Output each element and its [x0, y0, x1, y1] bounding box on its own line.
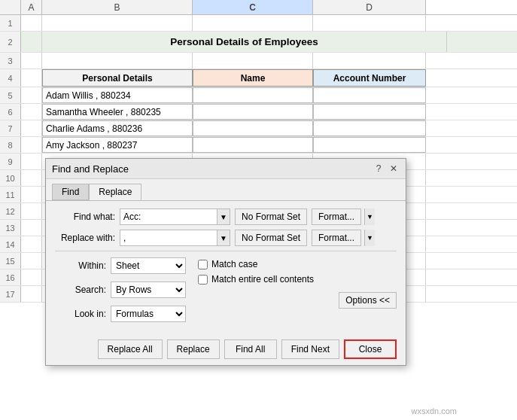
options-button[interactable]: Options <<	[339, 292, 397, 309]
cell[interactable]	[193, 53, 313, 68]
cell[interactable]	[21, 187, 42, 202]
tab-find[interactable]: Find	[52, 184, 89, 200]
title-row: 2 Personal Details of Employees	[0, 32, 517, 53]
cell[interactable]	[313, 137, 426, 153]
cell[interactable]	[21, 120, 42, 136]
find-no-format-button[interactable]: No Format Set	[235, 208, 307, 225]
row-num: 8	[0, 137, 21, 153]
row-num: 16	[0, 269, 21, 285]
match-case-row: Match case	[198, 259, 397, 269]
row-num-header	[0, 0, 21, 14]
replace-all-button[interactable]: Replace All	[98, 339, 163, 359]
cell[interactable]	[313, 104, 426, 120]
select-options: Within: Sheet Workbook Search: By Rows B…	[55, 257, 186, 326]
cell[interactable]	[21, 137, 42, 153]
cell[interactable]	[313, 15, 426, 31]
cell[interactable]	[193, 15, 313, 31]
row-num: 15	[0, 253, 21, 269]
checkbox-options: Match case Match entire cell contents Op…	[198, 257, 397, 326]
lookin-row: Look in: Formulas Values Comments	[55, 306, 186, 322]
col-header-a: A	[21, 0, 42, 14]
row-num: 9	[0, 154, 21, 169]
within-label: Within:	[55, 260, 106, 271]
find-what-row: Find what: ▼ No Format Set Format... ▼	[55, 208, 397, 225]
cell[interactable]: Samantha Wheeler , 880235	[42, 104, 193, 120]
find-dropdown-arrow[interactable]: ▼	[217, 208, 230, 225]
cell[interactable]	[193, 120, 313, 136]
cell[interactable]	[21, 53, 42, 68]
row-num: 13	[0, 220, 21, 236]
within-select[interactable]: Sheet Workbook	[111, 257, 186, 274]
close-button[interactable]: Close	[344, 339, 397, 359]
cell[interactable]	[21, 170, 42, 186]
col-headers: A B C D	[0, 0, 517, 15]
col-header-d: D	[313, 0, 426, 14]
row-num: 3	[0, 53, 21, 68]
tab-replace[interactable]: Replace	[89, 184, 141, 200]
find-replace-dialog: Find and Replace ? ✕ Find Replace Find w…	[45, 158, 406, 366]
table-row: 6 Samantha Wheeler , 880235	[0, 104, 517, 120]
row-num: 5	[0, 87, 21, 103]
replace-input-wrap: ▼	[120, 230, 230, 246]
find-what-label: Find what:	[55, 212, 115, 222]
find-what-input[interactable]	[120, 208, 217, 225]
match-cell-row: Match entire cell contents	[198, 274, 397, 285]
cell[interactable]	[21, 104, 42, 120]
cell[interactable]	[21, 87, 42, 103]
cell[interactable]: Adam Willis , 880234	[42, 87, 193, 103]
cell[interactable]	[21, 203, 42, 219]
row-num: 7	[0, 120, 21, 136]
match-cell-checkbox[interactable]	[198, 275, 208, 285]
cell[interactable]	[21, 69, 42, 87]
col-header-b: B	[42, 0, 193, 14]
row-num: 4	[0, 69, 21, 87]
col-d-header: Account Number	[313, 69, 426, 87]
replace-format-arrow[interactable]: ▼	[364, 230, 375, 246]
cell[interactable]	[21, 253, 42, 269]
cell[interactable]	[42, 15, 193, 31]
replace-button[interactable]: Replace	[167, 339, 220, 359]
cell[interactable]	[21, 15, 42, 31]
cell[interactable]	[21, 236, 42, 252]
cell[interactable]	[21, 269, 42, 285]
row-num: 17	[0, 286, 21, 302]
cell[interactable]: Amy Jackson , 880237	[42, 137, 193, 153]
cell[interactable]	[313, 120, 426, 136]
cell[interactable]: Charlie Adams , 880236	[42, 120, 193, 136]
col-header-c[interactable]: C	[193, 0, 313, 14]
cell[interactable]	[42, 53, 193, 68]
spreadsheet: A B C D 1 2 Personal Details of Employee…	[0, 0, 517, 420]
table-row: 3	[0, 53, 517, 69]
help-button[interactable]: ?	[373, 163, 385, 175]
row-num: 10	[0, 170, 21, 186]
cell[interactable]	[21, 154, 42, 169]
cell[interactable]	[193, 104, 313, 120]
find-next-button[interactable]: Find Next	[281, 339, 339, 359]
lookin-label: Look in:	[55, 309, 106, 319]
replace-no-format-button[interactable]: No Format Set	[235, 230, 307, 246]
cell[interactable]	[313, 53, 426, 68]
cell[interactable]	[193, 137, 313, 153]
close-icon[interactable]: ✕	[388, 163, 400, 175]
dialog-tabs: Find Replace	[46, 179, 406, 200]
replace-format-button[interactable]: Format...	[312, 230, 361, 246]
dialog-footer: Replace All Replace Find All Find Next C…	[46, 333, 406, 365]
search-select[interactable]: By Rows By Columns	[111, 282, 186, 298]
within-row: Within: Sheet Workbook	[55, 257, 186, 274]
find-all-button[interactable]: Find All	[224, 339, 277, 359]
find-format-button[interactable]: Format...	[312, 208, 361, 225]
dialog-controls: ? ✕	[373, 163, 400, 175]
replace-with-input[interactable]	[120, 230, 217, 246]
title-cell: Personal Details of Employees	[42, 32, 447, 52]
cell[interactable]	[313, 87, 426, 103]
cell[interactable]	[193, 87, 313, 103]
match-case-checkbox[interactable]	[198, 260, 208, 269]
cell[interactable]	[21, 286, 42, 302]
cell[interactable]	[21, 32, 42, 52]
lookin-select[interactable]: Formulas Values Comments	[111, 306, 186, 322]
replace-with-row: Replace with: ▼ No Format Set Format... …	[55, 230, 397, 246]
cell[interactable]	[21, 220, 42, 236]
replace-dropdown-arrow[interactable]: ▼	[217, 230, 230, 246]
find-format-arrow[interactable]: ▼	[364, 208, 375, 225]
col-b-header: Personal Details	[42, 69, 193, 87]
